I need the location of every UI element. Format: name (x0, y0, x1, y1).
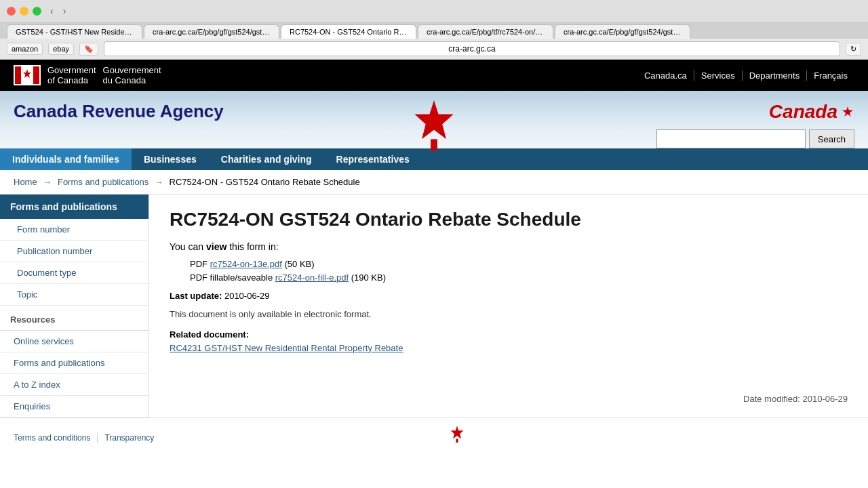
canada-logo: Canada (769, 101, 854, 123)
amazon-button[interactable]: amazon (7, 43, 43, 55)
address-bar-row: amazon ebay 🔖 ↻ (0, 39, 868, 59)
tab-1[interactable]: GST524 - GST/HST New Residential Rental … (7, 24, 142, 39)
search-input[interactable] (656, 129, 806, 148)
gov-header: Government of Canada Gouvernement du Can… (0, 60, 868, 91)
agency-top: Canada Revenue Agency Canada Search (14, 101, 854, 148)
sidebar-item-form-number[interactable]: Form number (0, 219, 149, 241)
sidebar: Forms and publications Form number Publi… (0, 195, 149, 418)
title-bar: ‹ › (0, 0, 868, 22)
sidebar-section-header[interactable]: Forms and publications (0, 195, 149, 219)
pdf-label-1: PDF (190, 259, 210, 269)
sidebar-item-topic[interactable]: Topic (0, 284, 149, 306)
sidebar-resource-a-to-z[interactable]: A to Z index (0, 374, 149, 396)
tab-5[interactable]: cra-arc.gc.ca/E/pbg/gf/gst524/gst524-fil… (555, 24, 690, 39)
sidebar-resource-online-services[interactable]: Online services (0, 331, 149, 352)
svg-rect-1 (15, 66, 21, 84)
related-document: Related document: RC4231 GST/HST New Res… (170, 329, 848, 353)
breadcrumb-sep-1: → (43, 177, 52, 187)
nav-charities[interactable]: Charities and giving (209, 148, 324, 170)
sidebar-resource-enquiries[interactable]: Enquiries (0, 396, 149, 418)
last-update: Last update: 2010-06-29 (170, 291, 848, 301)
svg-rect-5 (431, 139, 437, 150)
services-link[interactable]: Services (694, 70, 743, 81)
agency-title-area: Canada Revenue Agency (14, 101, 224, 129)
maximize-button[interactable] (33, 7, 41, 16)
pdf-item-2: PDF fillable/saveable rc7524-on-fill-e.p… (190, 272, 848, 283)
close-button[interactable] (7, 7, 16, 16)
forward-button[interactable]: › (60, 4, 70, 18)
svg-marker-4 (414, 100, 453, 139)
main-content: Forms and publications Form number Publi… (0, 195, 868, 418)
search-area: Search (656, 129, 854, 148)
agency-header: Canada Revenue Agency Canada Search (0, 91, 868, 148)
minimize-button[interactable] (20, 7, 28, 16)
ebay-button[interactable]: ebay (48, 43, 74, 55)
breadcrumb-current: RC7524-ON - GST524 Ontario Rebate Schedu… (170, 177, 360, 187)
related-label: Related document: (170, 329, 249, 340)
gov-links: Canada.ca Services Departments Français (637, 70, 854, 81)
footer-maple-leaf (447, 425, 467, 450)
sidebar-item-document-type[interactable]: Document type (0, 262, 149, 284)
canada-ca-link[interactable]: Canada.ca (637, 70, 694, 81)
view-intro: You can view this form in: (170, 241, 848, 252)
gov-name-fr: Gouvernement du Canada (103, 65, 161, 85)
breadcrumb-sep-2: → (155, 177, 163, 187)
svg-marker-7 (450, 426, 463, 439)
window-controls (7, 7, 41, 16)
svg-rect-2 (33, 66, 39, 84)
breadcrumb-forms[interactable]: Forms and publications (58, 177, 149, 187)
tab-3-active[interactable]: RC7524-ON - GST524 Ontario Rebate Schedu… (281, 24, 416, 39)
footer: Terms and conditions Transparency (0, 418, 868, 457)
svg-marker-6 (842, 106, 853, 117)
pdf-link-2[interactable]: rc7524-on-fill-e.pdf (275, 272, 349, 283)
page-title: RC7524-ON GST524 Ontario Rebate Schedule (170, 208, 848, 231)
svg-rect-8 (456, 439, 458, 442)
electronic-note: This document is only available in elect… (170, 309, 848, 319)
date-modified: Date modified: 2010-06-29 (170, 394, 848, 404)
related-link[interactable]: RC4231 GST/HST New Residential Rental Pr… (170, 343, 848, 353)
back-button[interactable]: ‹ (47, 4, 57, 18)
search-button[interactable]: Search (809, 129, 854, 148)
gov-name-en: Government of Canada (47, 65, 96, 85)
tab-2[interactable]: cra-arc.gc.ca/E/pbg/gf/gst524/gst524-fil… (144, 24, 279, 39)
browser-nav: ‹ › (47, 4, 69, 18)
francais-link[interactable]: Français (807, 70, 854, 81)
canada-wordmark: Canada (769, 101, 837, 123)
content-area: RC7524-ON GST524 Ontario Rebate Schedule… (149, 195, 868, 418)
nav-businesses[interactable]: Businesses (132, 148, 209, 170)
pdf-size-1: (50 KB) (282, 259, 315, 269)
gov-logo: Government of Canada Gouvernement du Can… (14, 65, 161, 85)
pdf-link-1[interactable]: rc7524-on-13e.pdf (210, 259, 282, 269)
agency-right: Canada Search (656, 101, 854, 148)
footer-transparency[interactable]: Transparency (98, 433, 161, 443)
footer-links: Terms and conditions Transparency (14, 433, 161, 443)
reload-button[interactable]: ↻ (846, 43, 861, 56)
footer-terms[interactable]: Terms and conditions (14, 433, 98, 443)
browser-chrome: ‹ › GST524 - GST/HST New Residential Ren… (0, 0, 868, 60)
tab-4[interactable]: cra-arc.gc.ca/E/pbg/tf/rc7524-on/rc7524-… (418, 24, 553, 39)
pdf-item-1: PDF rc7524-on-13e.pdf (50 KB) (190, 259, 848, 269)
flag-icon (14, 65, 41, 85)
bookmark-button[interactable]: 🔖 (79, 43, 98, 56)
nav-individuals[interactable]: Individuals and families (0, 148, 132, 170)
tab-bar: GST524 - GST/HST New Residential Rental … (0, 22, 868, 39)
breadcrumb: Home → Forms and publications → RC7524-O… (0, 170, 868, 195)
maple-leaf-decoration (403, 98, 465, 161)
pdf-size-2: (190 KB) (349, 272, 386, 283)
sidebar-resource-forms-publications[interactable]: Forms and publications (0, 352, 149, 374)
departments-link[interactable]: Departments (743, 70, 807, 81)
sidebar-item-publication-number[interactable]: Publication number (0, 241, 149, 262)
pdf-label-2: PDF fillable/saveable (190, 272, 275, 283)
address-bar[interactable] (104, 41, 840, 56)
sidebar-resources-header: Resources (0, 309, 149, 331)
breadcrumb-home[interactable]: Home (14, 177, 37, 187)
agency-title: Canada Revenue Agency (14, 101, 224, 122)
